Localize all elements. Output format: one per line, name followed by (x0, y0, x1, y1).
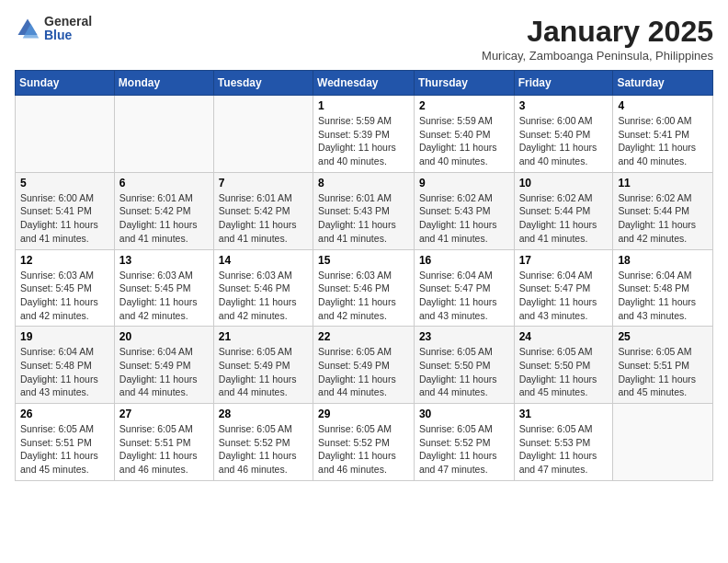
day-cell (613, 404, 713, 481)
header-cell-tuesday: Tuesday (213, 71, 313, 96)
day-cell: 24Sunrise: 6:05 AM Sunset: 5:50 PM Dayli… (514, 327, 613, 404)
logo-text: General Blue (44, 15, 92, 43)
day-info: Sunrise: 5:59 AM Sunset: 5:40 PM Dayligh… (419, 114, 509, 168)
day-number: 8 (318, 177, 409, 190)
day-info: Sunrise: 6:05 AM Sunset: 5:52 PM Dayligh… (219, 422, 308, 477)
day-number: 27 (119, 408, 209, 420)
day-number: 4 (618, 99, 708, 112)
day-info: Sunrise: 6:04 AM Sunset: 5:48 PM Dayligh… (20, 345, 109, 399)
day-number: 1 (318, 99, 409, 112)
logo-icon (15, 16, 40, 41)
calendar-header: SundayMondayTuesdayWednesdayThursdayFrid… (16, 71, 713, 96)
day-info: Sunrise: 6:03 AM Sunset: 5:46 PM Dayligh… (318, 269, 409, 323)
day-number: 31 (519, 408, 609, 420)
day-info: Sunrise: 6:04 AM Sunset: 5:48 PM Dayligh… (618, 269, 708, 323)
logo-general: General (44, 15, 92, 29)
day-number: 29 (318, 408, 409, 420)
day-cell: 14Sunrise: 6:03 AM Sunset: 5:46 PM Dayli… (213, 249, 313, 327)
page-header: General Blue January 2025 Muricay, Zambo… (15, 15, 713, 63)
day-cell: 2Sunrise: 5:59 AM Sunset: 5:40 PM Daylig… (414, 96, 514, 173)
day-number: 6 (119, 177, 209, 190)
day-cell: 16Sunrise: 6:04 AM Sunset: 5:47 PM Dayli… (414, 249, 514, 327)
day-info: Sunrise: 6:00 AM Sunset: 5:41 PM Dayligh… (618, 114, 708, 168)
logo-blue: Blue (44, 29, 92, 42)
day-info: Sunrise: 6:01 AM Sunset: 5:43 PM Dayligh… (318, 191, 409, 246)
day-cell: 9Sunrise: 6:02 AM Sunset: 5:43 PM Daylig… (414, 172, 514, 249)
week-row-5: 26Sunrise: 6:05 AM Sunset: 5:51 PM Dayli… (16, 404, 713, 481)
logo: General Blue (15, 15, 92, 43)
day-info: Sunrise: 6:03 AM Sunset: 5:45 PM Dayligh… (20, 269, 109, 323)
day-cell: 28Sunrise: 6:05 AM Sunset: 5:52 PM Dayli… (213, 404, 313, 481)
day-info: Sunrise: 6:02 AM Sunset: 5:44 PM Dayligh… (519, 191, 609, 246)
day-cell: 7Sunrise: 6:01 AM Sunset: 5:42 PM Daylig… (213, 172, 313, 249)
day-info: Sunrise: 6:04 AM Sunset: 5:47 PM Dayligh… (419, 269, 509, 323)
day-cell: 20Sunrise: 6:04 AM Sunset: 5:49 PM Dayli… (114, 327, 213, 404)
day-number: 17 (519, 254, 609, 267)
day-cell: 8Sunrise: 6:01 AM Sunset: 5:43 PM Daylig… (313, 172, 415, 249)
day-info: Sunrise: 6:01 AM Sunset: 5:42 PM Dayligh… (119, 191, 209, 246)
day-number: 14 (219, 254, 308, 267)
day-number: 21 (219, 330, 308, 343)
day-number: 15 (318, 254, 409, 267)
day-number: 24 (519, 330, 609, 343)
day-info: Sunrise: 6:05 AM Sunset: 5:51 PM Dayligh… (20, 422, 109, 477)
day-cell: 6Sunrise: 6:01 AM Sunset: 5:42 PM Daylig… (114, 172, 213, 249)
day-info: Sunrise: 6:02 AM Sunset: 5:43 PM Dayligh… (419, 191, 509, 246)
calendar-subtitle: Muricay, Zamboanga Peninsula, Philippine… (482, 49, 713, 63)
day-number: 19 (20, 330, 109, 343)
day-info: Sunrise: 6:05 AM Sunset: 5:51 PM Dayligh… (119, 422, 209, 477)
week-row-1: 1Sunrise: 5:59 AM Sunset: 5:39 PM Daylig… (16, 96, 713, 173)
header-row: SundayMondayTuesdayWednesdayThursdayFrid… (16, 71, 713, 96)
day-info: Sunrise: 6:04 AM Sunset: 5:47 PM Dayligh… (519, 269, 609, 323)
header-cell-saturday: Saturday (613, 71, 713, 96)
title-block: January 2025 Muricay, Zamboanga Peninsul… (482, 15, 713, 63)
day-cell: 5Sunrise: 6:00 AM Sunset: 5:41 PM Daylig… (16, 172, 115, 249)
day-info: Sunrise: 6:05 AM Sunset: 5:53 PM Dayligh… (519, 422, 609, 477)
day-cell: 21Sunrise: 6:05 AM Sunset: 5:49 PM Dayli… (213, 327, 313, 404)
day-cell: 3Sunrise: 6:00 AM Sunset: 5:40 PM Daylig… (514, 96, 613, 173)
week-row-4: 19Sunrise: 6:04 AM Sunset: 5:48 PM Dayli… (16, 327, 713, 404)
day-info: Sunrise: 6:03 AM Sunset: 5:45 PM Dayligh… (119, 269, 209, 323)
header-cell-sunday: Sunday (16, 71, 115, 96)
day-number: 5 (20, 177, 109, 190)
day-cell: 1Sunrise: 5:59 AM Sunset: 5:39 PM Daylig… (313, 96, 415, 173)
day-info: Sunrise: 6:03 AM Sunset: 5:46 PM Dayligh… (219, 269, 308, 323)
day-number: 18 (618, 254, 708, 267)
day-number: 13 (119, 254, 209, 267)
day-info: Sunrise: 6:05 AM Sunset: 5:52 PM Dayligh… (419, 422, 509, 477)
day-cell: 29Sunrise: 6:05 AM Sunset: 5:52 PM Dayli… (313, 404, 415, 481)
day-info: Sunrise: 6:05 AM Sunset: 5:49 PM Dayligh… (318, 345, 409, 399)
day-cell: 19Sunrise: 6:04 AM Sunset: 5:48 PM Dayli… (16, 327, 115, 404)
day-cell: 11Sunrise: 6:02 AM Sunset: 5:44 PM Dayli… (613, 172, 713, 249)
day-number: 25 (618, 330, 708, 343)
calendar-table: SundayMondayTuesdayWednesdayThursdayFrid… (15, 70, 713, 481)
day-info: Sunrise: 6:05 AM Sunset: 5:50 PM Dayligh… (519, 345, 609, 399)
day-info: Sunrise: 6:05 AM Sunset: 5:52 PM Dayligh… (318, 422, 409, 477)
day-info: Sunrise: 6:05 AM Sunset: 5:51 PM Dayligh… (618, 345, 708, 399)
day-cell: 15Sunrise: 6:03 AM Sunset: 5:46 PM Dayli… (313, 249, 415, 327)
day-cell: 26Sunrise: 6:05 AM Sunset: 5:51 PM Dayli… (16, 404, 115, 481)
day-info: Sunrise: 5:59 AM Sunset: 5:39 PM Dayligh… (318, 114, 409, 168)
day-info: Sunrise: 6:05 AM Sunset: 5:49 PM Dayligh… (219, 345, 308, 399)
day-info: Sunrise: 6:00 AM Sunset: 5:41 PM Dayligh… (20, 191, 109, 246)
day-number: 30 (419, 408, 509, 420)
day-number: 12 (20, 254, 109, 267)
day-number: 23 (419, 330, 509, 343)
day-number: 11 (618, 177, 708, 190)
day-cell: 18Sunrise: 6:04 AM Sunset: 5:48 PM Dayli… (613, 249, 713, 327)
day-info: Sunrise: 6:00 AM Sunset: 5:40 PM Dayligh… (519, 114, 609, 168)
day-info: Sunrise: 6:05 AM Sunset: 5:50 PM Dayligh… (419, 345, 509, 399)
day-cell (16, 96, 115, 173)
day-number: 20 (119, 330, 209, 343)
day-cell: 4Sunrise: 6:00 AM Sunset: 5:41 PM Daylig… (613, 96, 713, 173)
day-number: 9 (419, 177, 509, 190)
day-info: Sunrise: 6:02 AM Sunset: 5:44 PM Dayligh… (618, 191, 708, 246)
week-row-3: 12Sunrise: 6:03 AM Sunset: 5:45 PM Dayli… (16, 249, 713, 327)
header-cell-monday: Monday (114, 71, 213, 96)
header-cell-thursday: Thursday (414, 71, 514, 96)
day-cell: 17Sunrise: 6:04 AM Sunset: 5:47 PM Dayli… (514, 249, 613, 327)
day-cell: 10Sunrise: 6:02 AM Sunset: 5:44 PM Dayli… (514, 172, 613, 249)
day-number: 2 (419, 99, 509, 112)
calendar-body: 1Sunrise: 5:59 AM Sunset: 5:39 PM Daylig… (16, 96, 713, 481)
day-info: Sunrise: 6:04 AM Sunset: 5:49 PM Dayligh… (119, 345, 209, 399)
